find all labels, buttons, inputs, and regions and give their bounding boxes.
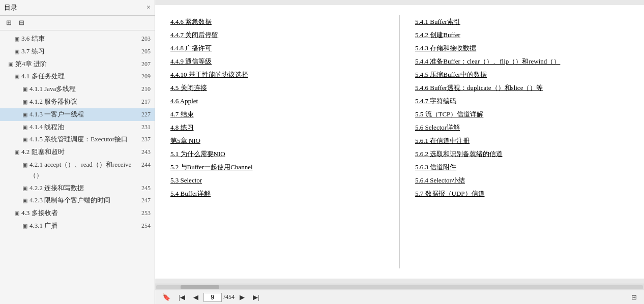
toc-item[interactable]: ▣4.3 多接收者253: [0, 207, 155, 220]
toc-item[interactable]: ▣3.6 结束203: [0, 33, 155, 45]
content-area: 4.4.6 紧急数据4.4.7 关闭后停留4.4.8 广播许可4.4.9 通信等…: [155, 0, 644, 284]
toc-item-page: 209: [141, 72, 151, 81]
toc-link[interactable]: 5.1 为什么需要NIO: [170, 147, 384, 161]
right-column: 5.4.1 Buffer索引5.4.2 创建Buffer5.4.3 存储和接收数…: [400, 5, 644, 279]
toc-item-label: 4.1.1 Java多线程: [30, 84, 137, 95]
toc-link[interactable]: 5.6.3 信道附件: [415, 161, 629, 174]
toc-item-label: 4.2 阻塞和超时: [21, 147, 137, 158]
sidebar-title: 目录: [4, 3, 17, 12]
toc-item-icon: ▣: [22, 184, 27, 193]
horizontal-scrollbar[interactable]: [155, 284, 644, 290]
toc-item-label: 3.6 结束: [21, 34, 137, 44]
next-page-button[interactable]: ▶: [237, 292, 248, 302]
bookmark-icon[interactable]: 🔖: [159, 292, 173, 302]
toc-item-page: 203: [141, 34, 151, 44]
toc-link[interactable]: 第5章 NIO: [170, 134, 384, 147]
toc-link[interactable]: 4.4.7 关闭后停留: [170, 28, 384, 42]
toc-link[interactable]: 5.7 数据报（UDP）信道: [415, 187, 629, 200]
sidebar-toolbar: ⊞ ⊟: [0, 16, 155, 31]
sidebar: 目录 × ⊞ ⊟ ▣3.6 结束203▣3.7 练习205▣第4章 进阶207▣…: [0, 0, 155, 304]
toc-link[interactable]: 5.6 Selector详解: [415, 121, 629, 134]
toc-link[interactable]: 5.5 流（TCP）信道详解: [415, 108, 629, 121]
toc-item-icon: ▣: [22, 123, 27, 132]
toc-item-icon: ▣: [8, 60, 13, 69]
page: 4.4.6 紧急数据4.4.7 关闭后停留4.4.8 广播许可4.4.9 通信等…: [155, 5, 644, 279]
toc-link[interactable]: 5.4.1 Buffer索引: [415, 15, 629, 28]
collapse-all-button[interactable]: ⊟: [17, 18, 26, 28]
toc-item-label: 4.1.4 线程池: [30, 122, 137, 133]
toc-link[interactable]: 5.4.2 创建Buffer: [415, 28, 629, 42]
layout-icon[interactable]: ⊞: [628, 292, 640, 302]
toc-link[interactable]: 4.7 结束: [170, 108, 384, 121]
toc-item-label: 4.2.2 连接和写数据: [30, 183, 137, 194]
toc-item-icon: ▣: [14, 148, 19, 157]
toc-item-icon: ▣: [22, 110, 27, 119]
toc-link[interactable]: 5.4.5 压缩Buffer中的数据: [415, 68, 629, 81]
toc-item[interactable]: ▣4.1 多任务处理209: [0, 70, 155, 83]
toc-item-page: 245: [141, 184, 151, 193]
toc-item-page: 254: [141, 221, 151, 231]
toc-link[interactable]: 5.4.4 准备Buffer：clear（）、flip（）和rewind（）: [415, 55, 629, 68]
first-page-button[interactable]: |◀: [175, 292, 188, 302]
toc-item[interactable]: ▣4.2.3 限制每个客户端的时间247: [0, 194, 155, 207]
toc-item[interactable]: ▣4.1.2 服务器协议217: [0, 96, 155, 108]
toc-link[interactable]: 4.4.8 广播许可: [170, 42, 384, 55]
toc-link[interactable]: 5.3 Selector: [170, 174, 384, 187]
toc-link[interactable]: 4.4.6 紧急数据: [170, 15, 384, 28]
toc-item[interactable]: ▣4.2.1 accept（）、read（）和receive（）244: [0, 159, 155, 182]
toc-item-icon: ▣: [14, 35, 19, 44]
toc-item-page: 237: [141, 135, 151, 144]
toc-link[interactable]: 5.6.2 选取和识别备就绪的信道: [415, 147, 629, 161]
toc-list: ▣3.6 结束203▣3.7 练习205▣第4章 进阶207▣4.1 多任务处理…: [0, 31, 155, 304]
toc-item-page: 217: [141, 97, 151, 107]
sidebar-header: 目录 ×: [0, 0, 155, 16]
toc-item-icon: ▣: [22, 85, 27, 94]
toc-link[interactable]: 5.6.1 在信道中注册: [415, 134, 629, 147]
toc-link[interactable]: 4.4.9 通信等级: [170, 55, 384, 68]
scroll-thumb[interactable]: [181, 285, 220, 289]
toc-item-icon: ▣: [14, 72, 19, 81]
prev-page-button[interactable]: ◀: [190, 292, 201, 302]
toc-item-icon: ▣: [22, 161, 27, 170]
toc-item-label: 4.2.3 限制每个客户端的时间: [30, 195, 137, 206]
toc-link[interactable]: 5.4.7 字符编码: [415, 95, 629, 108]
toc-link[interactable]: 4.4.10 基于性能的协议选择: [170, 68, 384, 81]
bottom-toolbar: 🔖 |◀ ◀ /454 ▶ ▶| ⊞: [155, 290, 644, 304]
toc-item[interactable]: ▣4.1.4 线程池231: [0, 121, 155, 134]
toc-item[interactable]: ▣3.7 练习205: [0, 45, 155, 58]
toc-item[interactable]: ▣4.3.1 广播254: [0, 220, 155, 232]
page-input[interactable]: [203, 293, 222, 302]
toc-item-page: 231: [141, 123, 151, 132]
toc-item[interactable]: ▣4.2 阻塞和超时243: [0, 146, 155, 159]
toc-item[interactable]: ▣4.1.1 Java多线程210: [0, 83, 155, 96]
page-container: 4.4.6 紧急数据4.4.7 关闭后停留4.4.8 广播许可4.4.9 通信等…: [155, 0, 644, 284]
toc-link[interactable]: 5.4 Buffer详解: [170, 187, 384, 200]
toc-item-label: 4.1 多任务处理: [21, 71, 137, 82]
expand-all-button[interactable]: ⊞: [4, 18, 14, 28]
toc-link[interactable]: 5.4.3 存储和接收数据: [415, 42, 629, 55]
toc-link[interactable]: 4.6 Applet: [170, 95, 384, 108]
scroll-track: [156, 285, 643, 289]
toc-link[interactable]: 5.4.6 Buffer透视：duplicate（）和slice（）等: [415, 81, 629, 95]
toc-item[interactable]: ▣4.1.5 系统管理调度：Executor接口237: [0, 133, 155, 146]
close-icon[interactable]: ×: [147, 4, 151, 12]
main-area: 4.4.6 紧急数据4.4.7 关闭后停留4.4.8 广播许可4.4.9 通信等…: [155, 0, 644, 304]
toc-link[interactable]: 4.8 练习: [170, 121, 384, 134]
toc-item-icon: ▣: [14, 47, 19, 56]
toc-item[interactable]: ▣4.2.2 连接和写数据245: [0, 182, 155, 195]
toc-item-icon: ▣: [22, 98, 27, 107]
toc-item-icon: ▣: [22, 196, 27, 205]
toc-link[interactable]: 5.6.4 Selector小结: [415, 174, 629, 187]
toc-link[interactable]: 5.2 与Buffer一起使用Channel: [170, 161, 384, 174]
toc-item-page: 244: [141, 160, 151, 170]
toc-item-label: 4.3.1 广播: [30, 221, 137, 231]
last-page-button[interactable]: ▶|: [250, 292, 262, 302]
toc-item[interactable]: ▣第4章 进阶207: [0, 58, 155, 71]
toc-item-label: 4.1.5 系统管理调度：Executor接口: [30, 134, 137, 145]
toc-item-label: 3.7 练习: [21, 46, 137, 57]
toc-link[interactable]: 4.5 关闭连接: [170, 81, 384, 95]
toc-item-page: 210: [141, 84, 151, 94]
toc-item-label: 4.3 多接收者: [21, 208, 137, 219]
toc-item-label: 4.2.1 accept（）、read（）和receive（）: [30, 160, 137, 181]
toc-item[interactable]: ▣4.1.3 一客户一线程227: [0, 108, 155, 121]
